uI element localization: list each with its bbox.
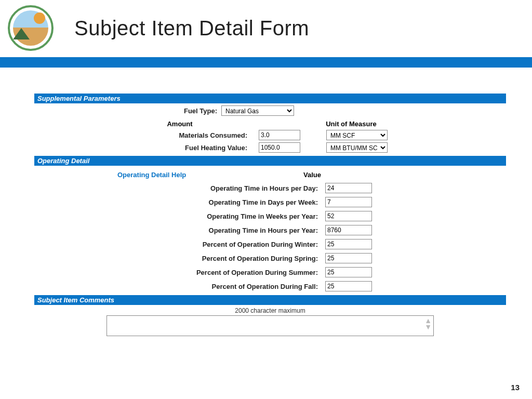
- column-header-amount: Amount: [34, 120, 304, 128]
- operating-detail-help-link[interactable]: Operating Detail Help: [117, 171, 186, 179]
- operating-row-label: Operating Time in Days per Week:: [34, 198, 325, 206]
- fuel-heating-uom[interactable]: MM BTU/MM SCF: [326, 142, 388, 153]
- fuel-heating-label: Fuel Heating Value:: [34, 144, 252, 152]
- page-title: Subject Item Detail Form: [74, 17, 309, 40]
- operating-row-label: Operating Time in Hours per Day:: [34, 184, 325, 192]
- comments-maxchars-note: 2000 character maximum: [34, 307, 506, 314]
- materials-consumed-uom[interactable]: MM SCF: [326, 130, 388, 140]
- operating-row: Operating Time in Weeks per Year:: [34, 211, 506, 221]
- operating-row-label: Percent of Operation During Fall:: [34, 283, 325, 290]
- section-supplemental-header: Supplemental Parameters: [34, 94, 506, 103]
- fuel-type-label: Fuel Type:: [34, 107, 221, 115]
- operating-value-header: Value: [303, 171, 321, 179]
- comments-textarea[interactable]: [107, 315, 434, 336]
- operating-row-input[interactable]: [325, 239, 372, 249]
- fuel-type-select[interactable]: Natural Gas: [221, 105, 294, 116]
- operating-row-input[interactable]: [325, 225, 372, 235]
- operating-row-input[interactable]: [325, 211, 372, 221]
- operating-row-input[interactable]: [325, 281, 372, 291]
- operating-row: Operating Time in Days per Week:: [34, 197, 506, 207]
- section-comments-header: Subject Item Comments: [34, 295, 506, 305]
- operating-row: Percent of Operation During Summer:: [34, 267, 506, 277]
- operating-row-input[interactable]: [325, 183, 372, 193]
- operating-row-input[interactable]: [325, 253, 372, 263]
- column-header-uom: Unit of Measure: [304, 120, 398, 128]
- materials-consumed-label: Materials Consumed:: [34, 131, 252, 139]
- operating-row-label: Percent of Operation During Spring:: [34, 255, 325, 262]
- header-divider: [0, 57, 532, 68]
- operating-row: Operating Time in Hours per Day:: [34, 183, 506, 193]
- operating-row: Percent of Operation During Fall:: [34, 281, 506, 291]
- operating-row: Percent of Operation During Winter:: [34, 239, 506, 249]
- operating-row-label: Operating Time in Weeks per Year:: [34, 212, 325, 220]
- operating-row: Percent of Operation During Spring:: [34, 253, 506, 263]
- nmed-logo: [8, 5, 54, 51]
- operating-row-input[interactable]: [325, 197, 372, 207]
- operating-row: Operating Time in Hours per Year:: [34, 225, 506, 235]
- materials-consumed-amount[interactable]: [259, 130, 300, 140]
- operating-row-label: Operating Time in Hours per Year:: [34, 227, 325, 234]
- operating-row-input[interactable]: [325, 267, 372, 277]
- operating-row-label: Percent of Operation During Winter:: [34, 241, 325, 248]
- slide-page-number: 13: [511, 383, 520, 392]
- fuel-heating-amount[interactable]: [259, 142, 300, 153]
- operating-row-label: Percent of Operation During Summer:: [34, 269, 325, 276]
- section-operating-header: Operating Detail: [34, 156, 506, 166]
